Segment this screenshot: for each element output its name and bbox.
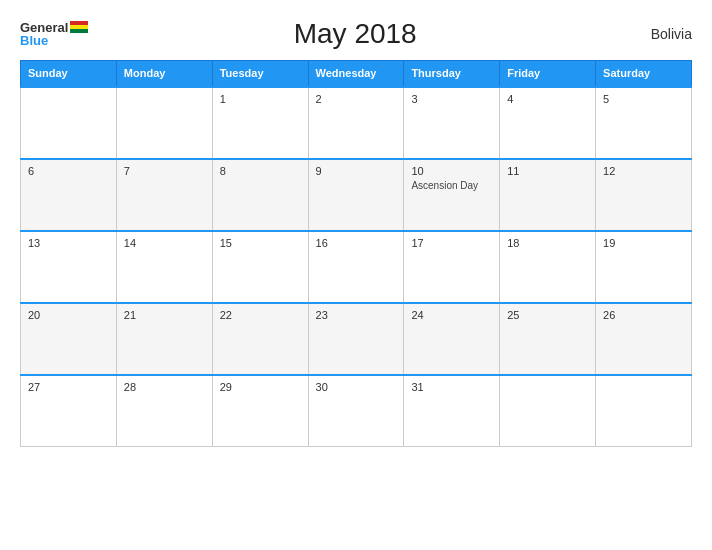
calendar-cell: 10Ascension Day: [404, 159, 500, 231]
day-number: 24: [411, 309, 492, 321]
event-label: Ascension Day: [411, 180, 492, 191]
day-number: 17: [411, 237, 492, 249]
calendar-cell: 7: [116, 159, 212, 231]
calendar-cell: 12: [596, 159, 692, 231]
calendar-page: General Blue May 2018 Bolivia Sunday Mon…: [0, 0, 712, 550]
day-number: 1: [220, 93, 301, 105]
calendar-week-row: 678910Ascension Day1112: [21, 159, 692, 231]
calendar-cell: 26: [596, 303, 692, 375]
day-number: 28: [124, 381, 205, 393]
calendar-cell: [21, 87, 117, 159]
calendar-cell: [500, 375, 596, 447]
calendar-cell: 29: [212, 375, 308, 447]
calendar-cell: 22: [212, 303, 308, 375]
day-number: 9: [316, 165, 397, 177]
day-number: 19: [603, 237, 684, 249]
logo-flag-icon: [70, 21, 88, 33]
day-number: 15: [220, 237, 301, 249]
calendar-cell: 15: [212, 231, 308, 303]
calendar-week-row: 13141516171819: [21, 231, 692, 303]
calendar-cell: 8: [212, 159, 308, 231]
day-number: 12: [603, 165, 684, 177]
svg-rect-0: [70, 21, 88, 25]
calendar-table: Sunday Monday Tuesday Wednesday Thursday…: [20, 60, 692, 447]
day-number: 2: [316, 93, 397, 105]
calendar-header: General Blue May 2018 Bolivia: [20, 18, 692, 50]
calendar-cell: 23: [308, 303, 404, 375]
calendar-cell: 4: [500, 87, 596, 159]
calendar-cell: 14: [116, 231, 212, 303]
header-wednesday: Wednesday: [308, 61, 404, 87]
day-number: 27: [28, 381, 109, 393]
calendar-week-row: 12345: [21, 87, 692, 159]
calendar-cell: 30: [308, 375, 404, 447]
weekday-header-row: Sunday Monday Tuesday Wednesday Thursday…: [21, 61, 692, 87]
calendar-cell: 20: [21, 303, 117, 375]
day-number: 10: [411, 165, 492, 177]
calendar-week-row: 2728293031: [21, 375, 692, 447]
day-number: 25: [507, 309, 588, 321]
calendar-cell: 16: [308, 231, 404, 303]
calendar-cell: [596, 375, 692, 447]
day-number: 29: [220, 381, 301, 393]
day-number: 4: [507, 93, 588, 105]
calendar-cell: 28: [116, 375, 212, 447]
day-number: 7: [124, 165, 205, 177]
header-friday: Friday: [500, 61, 596, 87]
calendar-cell: 2: [308, 87, 404, 159]
calendar-cell: 5: [596, 87, 692, 159]
header-saturday: Saturday: [596, 61, 692, 87]
day-number: 23: [316, 309, 397, 321]
calendar-cell: 19: [596, 231, 692, 303]
calendar-cell: 9: [308, 159, 404, 231]
day-number: 6: [28, 165, 109, 177]
logo-blue-text: Blue: [20, 34, 48, 47]
day-number: 18: [507, 237, 588, 249]
day-number: 8: [220, 165, 301, 177]
calendar-cell: 18: [500, 231, 596, 303]
day-number: 14: [124, 237, 205, 249]
country-label: Bolivia: [622, 26, 692, 42]
day-number: 31: [411, 381, 492, 393]
calendar-cell: 3: [404, 87, 500, 159]
day-number: 20: [28, 309, 109, 321]
calendar-cell: 24: [404, 303, 500, 375]
day-number: 16: [316, 237, 397, 249]
header-thursday: Thursday: [404, 61, 500, 87]
day-number: 13: [28, 237, 109, 249]
day-number: 26: [603, 309, 684, 321]
header-tuesday: Tuesday: [212, 61, 308, 87]
calendar-cell: 6: [21, 159, 117, 231]
day-number: 3: [411, 93, 492, 105]
svg-rect-2: [70, 29, 88, 33]
day-number: 21: [124, 309, 205, 321]
day-number: 22: [220, 309, 301, 321]
day-number: 5: [603, 93, 684, 105]
header-monday: Monday: [116, 61, 212, 87]
logo: General Blue: [20, 21, 88, 47]
calendar-cell: 31: [404, 375, 500, 447]
calendar-cell: 25: [500, 303, 596, 375]
calendar-cell: 27: [21, 375, 117, 447]
month-title: May 2018: [88, 18, 622, 50]
day-number: 11: [507, 165, 588, 177]
calendar-cell: [116, 87, 212, 159]
calendar-cell: 1: [212, 87, 308, 159]
calendar-cell: 13: [21, 231, 117, 303]
svg-rect-1: [70, 25, 88, 29]
day-number: 30: [316, 381, 397, 393]
calendar-cell: 21: [116, 303, 212, 375]
calendar-cell: 11: [500, 159, 596, 231]
calendar-week-row: 20212223242526: [21, 303, 692, 375]
calendar-cell: 17: [404, 231, 500, 303]
header-sunday: Sunday: [21, 61, 117, 87]
